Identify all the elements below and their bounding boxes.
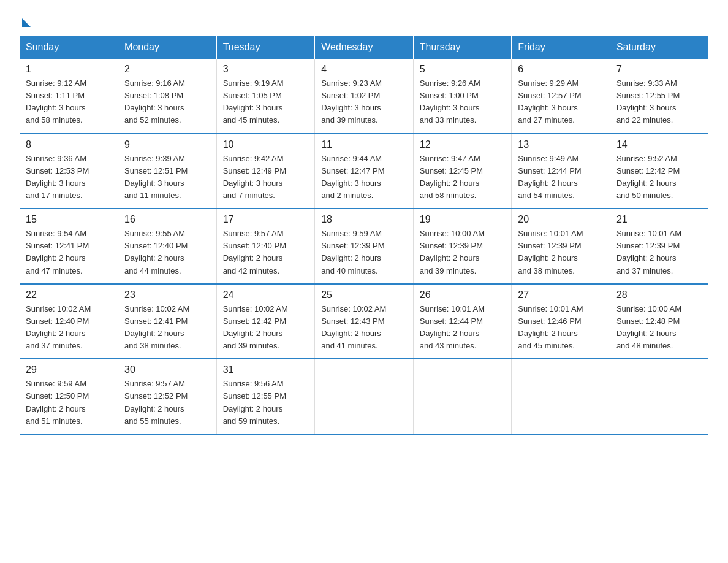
day-number: 7 xyxy=(616,64,702,75)
day-number: 18 xyxy=(321,214,407,225)
calendar-cell: 4Sunrise: 9:23 AM Sunset: 1:02 PM Daylig… xyxy=(315,59,414,134)
logo xyxy=(20,15,31,25)
day-number: 19 xyxy=(420,214,506,225)
header-monday: Monday xyxy=(118,36,217,59)
day-number: 27 xyxy=(518,289,604,301)
day-info: Sunrise: 9:12 AM Sunset: 1:11 PM Dayligh… xyxy=(26,77,112,127)
day-info: Sunrise: 10:02 AM Sunset: 12:41 PM Dayli… xyxy=(124,303,210,353)
calendar-cell: 1Sunrise: 9:12 AM Sunset: 1:11 PM Daylig… xyxy=(20,59,118,134)
calendar-cell: 31Sunrise: 9:56 AM Sunset: 12:55 PM Dayl… xyxy=(216,359,315,434)
day-number: 14 xyxy=(616,139,702,150)
header-tuesday: Tuesday xyxy=(216,36,315,59)
calendar-cell xyxy=(512,359,610,434)
calendar-cell: 12Sunrise: 9:47 AM Sunset: 12:45 PM Dayl… xyxy=(413,134,512,209)
calendar-cell: 30Sunrise: 9:57 AM Sunset: 12:52 PM Dayl… xyxy=(118,359,217,434)
day-info: Sunrise: 10:01 AM Sunset: 12:39 PM Dayli… xyxy=(518,228,604,277)
day-info: Sunrise: 9:49 AM Sunset: 12:44 PM Daylig… xyxy=(518,153,604,202)
calendar-cell: 29Sunrise: 9:59 AM Sunset: 12:50 PM Dayl… xyxy=(20,359,118,434)
week-row-5: 29Sunrise: 9:59 AM Sunset: 12:50 PM Dayl… xyxy=(20,359,708,434)
day-info: Sunrise: 9:44 AM Sunset: 12:47 PM Daylig… xyxy=(321,153,407,202)
calendar-cell: 14Sunrise: 9:52 AM Sunset: 12:42 PM Dayl… xyxy=(610,134,708,209)
week-row-1: 1Sunrise: 9:12 AM Sunset: 1:11 PM Daylig… xyxy=(20,59,708,134)
calendar-cell: 19Sunrise: 10:00 AM Sunset: 12:39 PM Day… xyxy=(413,209,512,284)
day-number: 5 xyxy=(420,64,506,75)
header-saturday: Saturday xyxy=(610,36,708,59)
calendar-cell: 25Sunrise: 10:02 AM Sunset: 12:43 PM Day… xyxy=(315,284,414,359)
day-number: 31 xyxy=(223,364,309,375)
day-info: Sunrise: 9:52 AM Sunset: 12:42 PM Daylig… xyxy=(616,153,702,202)
day-info: Sunrise: 10:02 AM Sunset: 12:40 PM Dayli… xyxy=(26,303,112,353)
day-info: Sunrise: 9:57 AM Sunset: 12:40 PM Daylig… xyxy=(223,228,309,277)
day-info: Sunrise: 9:23 AM Sunset: 1:02 PM Dayligh… xyxy=(321,77,407,127)
day-number: 20 xyxy=(518,214,604,225)
calendar-cell: 6Sunrise: 9:29 AM Sunset: 12:57 PM Dayli… xyxy=(512,59,610,134)
day-info: Sunrise: 9:59 AM Sunset: 12:39 PM Daylig… xyxy=(321,228,407,277)
calendar-cell: 10Sunrise: 9:42 AM Sunset: 12:49 PM Dayl… xyxy=(216,134,315,209)
calendar-cell xyxy=(610,359,708,434)
day-number: 25 xyxy=(321,289,407,301)
day-number: 17 xyxy=(223,214,309,225)
day-number: 24 xyxy=(223,289,309,301)
day-info: Sunrise: 9:26 AM Sunset: 1:00 PM Dayligh… xyxy=(420,77,506,127)
day-number: 2 xyxy=(124,64,210,75)
day-number: 3 xyxy=(223,64,309,75)
calendar-table: SundayMondayTuesdayWednesdayThursdayFrid… xyxy=(20,36,708,435)
page-header xyxy=(20,15,708,25)
calendar-cell: 11Sunrise: 9:44 AM Sunset: 12:47 PM Dayl… xyxy=(315,134,414,209)
calendar-cell: 23Sunrise: 10:02 AM Sunset: 12:41 PM Day… xyxy=(118,284,217,359)
day-info: Sunrise: 10:02 AM Sunset: 12:43 PM Dayli… xyxy=(321,303,407,353)
header-wednesday: Wednesday xyxy=(315,36,414,59)
week-row-4: 22Sunrise: 10:02 AM Sunset: 12:40 PM Day… xyxy=(20,284,708,359)
logo-triangle-icon xyxy=(22,18,31,27)
calendar-cell: 18Sunrise: 9:59 AM Sunset: 12:39 PM Dayl… xyxy=(315,209,414,284)
day-number: 22 xyxy=(26,289,112,301)
day-number: 13 xyxy=(518,139,604,150)
calendar-cell: 5Sunrise: 9:26 AM Sunset: 1:00 PM Daylig… xyxy=(413,59,512,134)
header-sunday: Sunday xyxy=(20,36,118,59)
day-info: Sunrise: 9:36 AM Sunset: 12:53 PM Daylig… xyxy=(26,153,112,202)
day-number: 23 xyxy=(124,289,210,301)
day-info: Sunrise: 9:59 AM Sunset: 12:50 PM Daylig… xyxy=(26,378,112,427)
calendar-body: 1Sunrise: 9:12 AM Sunset: 1:11 PM Daylig… xyxy=(20,59,708,434)
day-info: Sunrise: 9:19 AM Sunset: 1:05 PM Dayligh… xyxy=(223,77,309,127)
day-info: Sunrise: 9:33 AM Sunset: 12:55 PM Daylig… xyxy=(616,77,702,127)
week-row-3: 15Sunrise: 9:54 AM Sunset: 12:41 PM Dayl… xyxy=(20,209,708,284)
day-number: 15 xyxy=(26,214,112,225)
day-info: Sunrise: 9:42 AM Sunset: 12:49 PM Daylig… xyxy=(223,153,309,202)
calendar-cell xyxy=(413,359,512,434)
day-number: 12 xyxy=(420,139,506,150)
header-thursday: Thursday xyxy=(413,36,512,59)
week-row-2: 8Sunrise: 9:36 AM Sunset: 12:53 PM Dayli… xyxy=(20,134,708,209)
calendar-cell: 17Sunrise: 9:57 AM Sunset: 12:40 PM Dayl… xyxy=(216,209,315,284)
day-number: 11 xyxy=(321,139,407,150)
day-number: 26 xyxy=(420,289,506,301)
day-info: Sunrise: 9:16 AM Sunset: 1:08 PM Dayligh… xyxy=(124,77,210,127)
day-number: 6 xyxy=(518,64,604,75)
calendar-cell: 2Sunrise: 9:16 AM Sunset: 1:08 PM Daylig… xyxy=(118,59,217,134)
day-info: Sunrise: 9:39 AM Sunset: 12:51 PM Daylig… xyxy=(124,153,210,202)
calendar-cell: 15Sunrise: 9:54 AM Sunset: 12:41 PM Dayl… xyxy=(20,209,118,284)
calendar-header: SundayMondayTuesdayWednesdayThursdayFrid… xyxy=(20,36,708,59)
calendar-cell: 20Sunrise: 10:01 AM Sunset: 12:39 PM Day… xyxy=(512,209,610,284)
day-info: Sunrise: 9:29 AM Sunset: 12:57 PM Daylig… xyxy=(518,77,604,127)
day-number: 1 xyxy=(26,64,112,75)
calendar-cell: 8Sunrise: 9:36 AM Sunset: 12:53 PM Dayli… xyxy=(20,134,118,209)
calendar-cell: 24Sunrise: 10:02 AM Sunset: 12:42 PM Day… xyxy=(216,284,315,359)
calendar-cell: 13Sunrise: 9:49 AM Sunset: 12:44 PM Dayl… xyxy=(512,134,610,209)
calendar-cell: 28Sunrise: 10:00 AM Sunset: 12:48 PM Day… xyxy=(610,284,708,359)
calendar-cell: 26Sunrise: 10:01 AM Sunset: 12:44 PM Day… xyxy=(413,284,512,359)
day-info: Sunrise: 9:54 AM Sunset: 12:41 PM Daylig… xyxy=(26,228,112,277)
day-number: 29 xyxy=(26,364,112,375)
day-number: 21 xyxy=(616,214,702,225)
day-info: Sunrise: 9:55 AM Sunset: 12:40 PM Daylig… xyxy=(124,228,210,277)
header-friday: Friday xyxy=(512,36,610,59)
calendar-cell: 16Sunrise: 9:55 AM Sunset: 12:40 PM Dayl… xyxy=(118,209,217,284)
day-info: Sunrise: 9:47 AM Sunset: 12:45 PM Daylig… xyxy=(420,153,506,202)
day-number: 16 xyxy=(124,214,210,225)
day-number: 4 xyxy=(321,64,407,75)
day-number: 30 xyxy=(124,364,210,375)
calendar-cell xyxy=(315,359,414,434)
calendar-cell: 9Sunrise: 9:39 AM Sunset: 12:51 PM Dayli… xyxy=(118,134,217,209)
day-info: Sunrise: 9:57 AM Sunset: 12:52 PM Daylig… xyxy=(124,378,210,427)
day-info: Sunrise: 10:01 AM Sunset: 12:46 PM Dayli… xyxy=(518,303,604,353)
